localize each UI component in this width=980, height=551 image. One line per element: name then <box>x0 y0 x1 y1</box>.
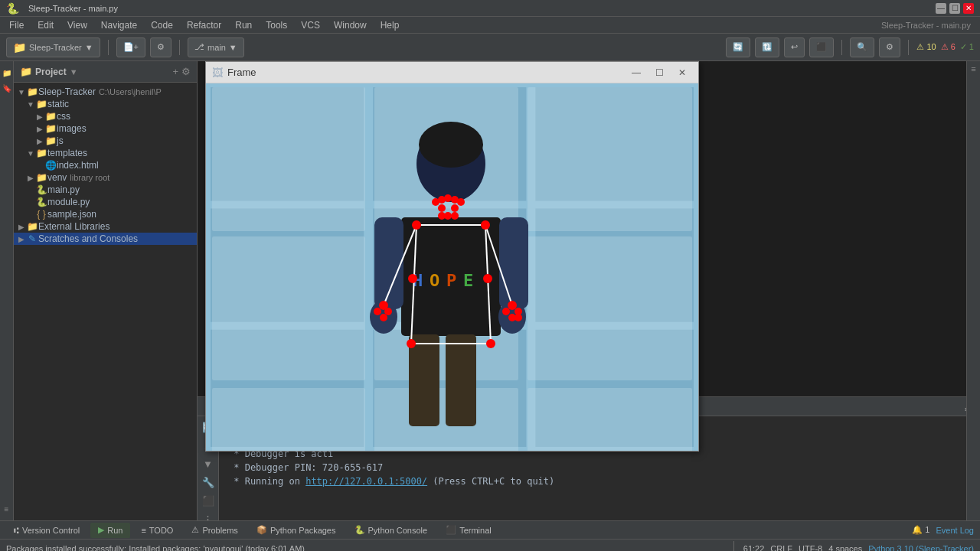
run-tab-icon: ▶ <box>98 525 104 535</box>
config-button[interactable]: ⚙ <box>879 37 900 57</box>
frame-maximize-button[interactable]: ☐ <box>649 65 669 80</box>
svg-rect-9 <box>212 87 365 231</box>
svg-point-49 <box>408 274 417 283</box>
tree-icon-root: 📁 <box>26 86 38 97</box>
svg-point-45 <box>444 212 452 220</box>
tree-icon-module-py: 🐍 <box>35 197 47 207</box>
tree-item-main-py[interactable]: 🐍 main.py <box>14 184 197 196</box>
tab-run[interactable]: ▶ Run <box>90 523 130 538</box>
frame-content: H O P E <box>206 83 698 451</box>
tree-item-css[interactable]: ▶ 📁 css <box>14 110 197 122</box>
project-dropdown[interactable]: 📁 Sleep-Tracker ▼ <box>6 37 100 57</box>
minimize-button[interactable]: — <box>936 3 946 14</box>
svg-point-54 <box>374 308 381 315</box>
console-line-4: * Debugger PIN: 720-655-617 <box>228 461 957 474</box>
svg-point-61 <box>514 314 522 321</box>
sidebar-project-icon[interactable]: 📁 <box>2 67 12 78</box>
add-file-button[interactable]: 📄+ <box>116 37 145 57</box>
tree-item-static[interactable]: ▼ 📁 static <box>14 98 197 110</box>
project-settings-icon[interactable]: ⚙ <box>181 66 191 77</box>
frame-minimize-button[interactable]: — <box>626 65 646 80</box>
file-path: Sleep-Tracker - main.py <box>875 19 977 31</box>
tree-icon-scratches: ✎ <box>26 233 38 244</box>
status-separator-1 <box>733 541 734 552</box>
server-url-link[interactable]: http://127.0.0.1:5000/ <box>305 476 427 487</box>
tree-arrow-scratches: ▶ <box>17 235 26 243</box>
sidebar-bookmark-icon[interactable]: 🔖 <box>2 83 12 93</box>
project-panel: 📁 Project ▼ + ⚙ ▼ 📁 Sleep-Tracker C:\Use… <box>14 61 198 520</box>
tree-item-venv[interactable]: ▶ 📁 venv library root <box>14 171 197 184</box>
tree-item-scratches[interactable]: ▶ ✎ Scratches and Consoles <box>14 233 197 245</box>
tab-terminal[interactable]: ⬛ Terminal <box>438 523 499 538</box>
settings-button[interactable]: ⚙ <box>150 37 172 57</box>
project-add-icon[interactable]: + <box>172 66 178 77</box>
tab-version-control[interactable]: ⑆ Version Control <box>6 523 87 538</box>
tab-problems[interactable]: ⚠ Problems <box>184 523 245 538</box>
project-folder-icon: 📁 <box>20 66 32 77</box>
close-button[interactable]: ✕ <box>963 3 974 14</box>
menu-run[interactable]: Run <box>229 18 258 32</box>
menu-vcs[interactable]: VCS <box>295 18 326 32</box>
tree-arrow-root: ▼ <box>17 88 26 96</box>
tab-todo[interactable]: ≡ TODO <box>133 523 181 538</box>
toolbar-separator-3 <box>841 40 842 55</box>
menu-edit[interactable]: Edit <box>31 18 60 32</box>
tree-arrow-venv: ▶ <box>26 174 35 182</box>
sidebar-structure-icon[interactable]: ≡ <box>2 504 12 514</box>
menu-refactor[interactable]: Refactor <box>181 18 227 32</box>
frame-close-button[interactable]: ✕ <box>672 65 692 80</box>
run-more-button[interactable]: ⋮ <box>201 511 216 520</box>
stop-button[interactable]: ⬛ <box>809 37 834 57</box>
add-file-icon: 📄+ <box>123 42 139 52</box>
tree-item-images[interactable]: ▶ 📁 images <box>14 122 197 135</box>
frame-titlebar[interactable]: 🖼 Frame — ☐ ✕ <box>206 62 698 83</box>
tab-python-console[interactable]: 🐍 Python Console <box>347 523 436 538</box>
branch-button[interactable]: ⎇ main ▼ <box>188 37 244 57</box>
status-bar: Packages installed successfully: Install… <box>0 539 980 551</box>
warning-badge: ⚠ 10 <box>916 42 936 52</box>
branch-dropdown-icon: ▼ <box>229 43 237 52</box>
indent-setting[interactable]: 4 spaces <box>828 544 862 552</box>
run-down-button[interactable]: ▼ <box>201 456 216 471</box>
tree-item-sample-json[interactable]: { } sample.json <box>14 208 197 220</box>
project-icon: 📁 <box>13 41 26 54</box>
tree-item-js[interactable]: ▶ 📁 js <box>14 135 197 147</box>
svg-point-55 <box>380 314 387 321</box>
maximize-button[interactable]: ☐ <box>949 3 960 14</box>
run-stop-button[interactable]: ⬛ <box>201 493 216 508</box>
tab-python-packages[interactable]: 📦 Python Packages <box>249 523 344 538</box>
project-dropdown-icon[interactable]: ▼ <box>70 67 78 77</box>
undo-button[interactable]: ↩ <box>784 37 805 57</box>
python-version[interactable]: Python 3.10 (Sleep-Tracker) <box>868 544 974 552</box>
tree-item-root[interactable]: ▼ 📁 Sleep-Tracker C:\Users\jhenil\P <box>14 86 197 98</box>
search-button[interactable]: 🔍 <box>850 37 874 57</box>
tree-item-external-libs[interactable]: ▶ 📁 External Libraries <box>14 220 197 233</box>
menu-tools[interactable]: Tools <box>260 18 293 32</box>
menu-window[interactable]: Window <box>328 18 373 32</box>
toolbar-right: 🔄 🔃 ↩ ⬛ 🔍 ⚙ ⚠ 10 ⚠ 6 ✓ 1 <box>726 37 974 57</box>
app-icon: 🐍 <box>6 2 19 15</box>
svg-point-19 <box>419 122 483 168</box>
menu-navigate[interactable]: Navigate <box>95 18 143 32</box>
frame-window: 🖼 Frame — ☐ ✕ <box>205 61 699 452</box>
svg-point-52 <box>486 339 495 348</box>
sync-button[interactable]: 🔃 <box>755 37 779 57</box>
menu-code[interactable]: Code <box>145 18 179 32</box>
event-log-label[interactable]: Event Log <box>936 526 974 535</box>
tree-icon-js: 📁 <box>44 135 57 146</box>
tree-icon-static: 📁 <box>35 99 47 109</box>
tree-item-index-html[interactable]: 🌐 index.html <box>14 159 197 171</box>
tree-item-templates[interactable]: ▼ 📁 templates <box>14 147 197 159</box>
menu-help[interactable]: Help <box>374 18 406 32</box>
event-log-badge: 🔔 1 <box>912 525 929 535</box>
toolbar: 📁 Sleep-Tracker ▼ 📄+ ⚙ ⎇ main ▼ 🔄 🔃 ↩ ⬛ … <box>0 34 980 61</box>
right-sidebar-icon-1[interactable]: ≡ <box>971 64 975 73</box>
menu-file[interactable]: File <box>3 18 30 32</box>
version-control-icon: ⑆ <box>14 526 19 535</box>
run-settings-button2[interactable]: 🔧 <box>201 474 216 490</box>
svg-rect-12 <box>212 236 365 380</box>
tree-item-module-py[interactable]: 🐍 module.py <box>14 196 197 208</box>
refresh-button[interactable]: 🔄 <box>726 37 750 57</box>
tree-icon-templates: 📁 <box>35 148 47 158</box>
menu-view[interactable]: View <box>61 18 93 32</box>
